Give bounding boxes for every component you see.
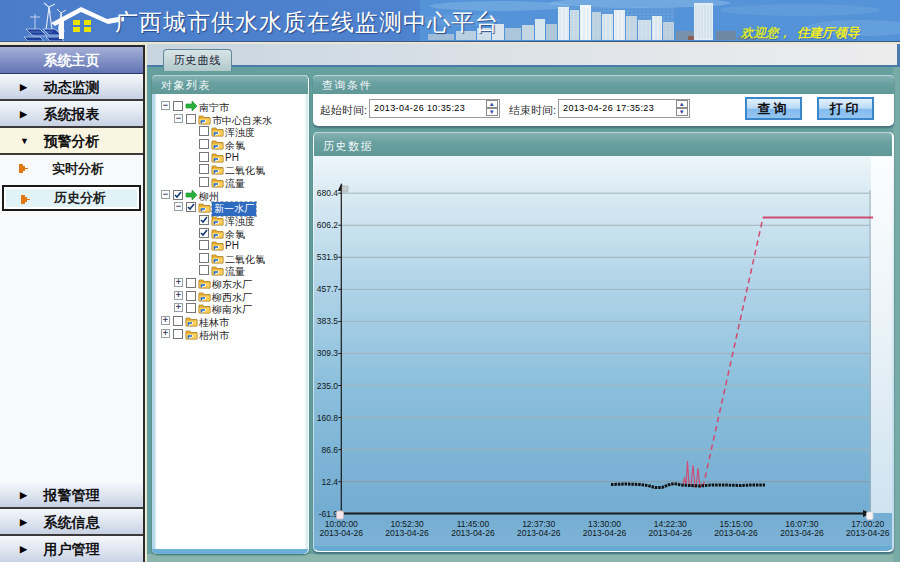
svg-text:2013-04-26: 2013-04-26 — [714, 528, 758, 538]
svg-text:531.9: 531.9 — [317, 252, 339, 262]
svg-text:2013-04-26: 2013-04-26 — [780, 528, 824, 538]
svg-text:606.2: 606.2 — [317, 220, 339, 230]
svg-text:2013-04-26: 2013-04-26 — [846, 528, 890, 538]
svg-text:235.0: 235.0 — [317, 381, 339, 391]
svg-text:2013-04-26: 2013-04-26 — [451, 528, 495, 538]
svg-text:309.3: 309.3 — [317, 348, 339, 358]
svg-text:-61.9: -61.9 — [319, 509, 339, 519]
svg-text:457.7: 457.7 — [317, 284, 339, 294]
svg-text:2013-04-26: 2013-04-26 — [517, 528, 561, 538]
svg-text:383.5: 383.5 — [317, 316, 339, 326]
svg-text:2013-04-26: 2013-04-26 — [649, 528, 693, 538]
svg-text:2013-04-26: 2013-04-26 — [583, 528, 627, 538]
svg-text:680.4: 680.4 — [317, 188, 339, 198]
svg-text:2013-04-26: 2013-04-26 — [385, 528, 429, 538]
svg-text:86.6: 86.6 — [321, 445, 338, 455]
svg-text:12.4: 12.4 — [321, 477, 338, 487]
svg-text:2013-04-26: 2013-04-26 — [320, 528, 364, 538]
svg-text:160.8: 160.8 — [317, 413, 339, 423]
